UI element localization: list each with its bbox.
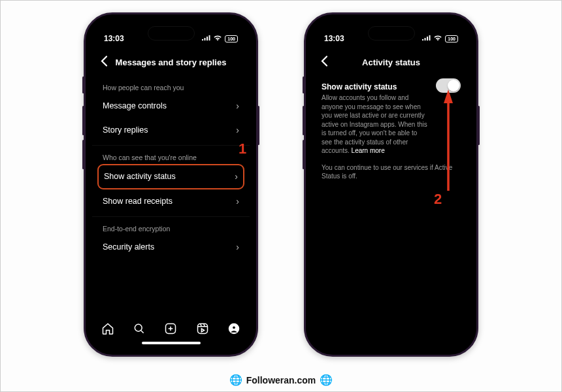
row-label: Story replies	[103, 125, 148, 135]
svg-point-4	[232, 326, 235, 329]
chevron-right-icon: ›	[236, 125, 239, 135]
chevron-right-icon: ›	[235, 171, 238, 182]
chevron-right-icon: ›	[236, 101, 239, 111]
battery-icon: 100	[445, 35, 458, 42]
page-title: Activity status	[362, 57, 420, 67]
globe-icon: 🌐	[229, 374, 242, 386]
row-message-controls[interactable]: Message controls ›	[101, 94, 240, 118]
section-header-online: Who can see that you're online	[103, 154, 239, 161]
nav-bar: Activity status	[312, 48, 470, 76]
back-button[interactable]	[100, 56, 108, 69]
reels-icon[interactable]	[196, 322, 209, 338]
watermark-text: Followeran.com	[246, 375, 316, 385]
svg-point-0	[135, 324, 142, 331]
home-indicator	[142, 342, 201, 344]
setting-heading: Show activity status	[322, 82, 429, 91]
home-icon[interactable]	[101, 322, 114, 338]
wifi-icon	[433, 34, 442, 43]
wifi-icon	[213, 34, 222, 43]
back-button[interactable]	[320, 56, 328, 69]
row-label: Show read receipts	[103, 197, 173, 206]
search-icon[interactable]	[133, 322, 146, 338]
section-header-reach: How people can reach you	[103, 84, 239, 91]
row-label: Security alerts	[103, 242, 154, 252]
row-label: Message controls	[103, 101, 167, 110]
settings-list: How people can reach you Message control…	[92, 76, 250, 316]
profile-icon[interactable]	[227, 322, 240, 338]
dynamic-island	[368, 26, 415, 41]
learn-more-link[interactable]: Learn more	[352, 147, 385, 154]
setting-description: Allow accounts you follow and anyone you…	[322, 93, 429, 155]
phone-mockup-left: 13:03 100 Messages and story replies	[84, 12, 258, 357]
chevron-right-icon: ›	[236, 196, 239, 206]
row-show-read-receipts[interactable]: Show read receipts ›	[101, 189, 240, 214]
page-title: Messages and story replies	[116, 57, 227, 67]
svg-rect-2	[197, 324, 207, 334]
row-label: Show activity status	[104, 172, 176, 181]
chevron-right-icon: ›	[236, 242, 239, 252]
signal-icon	[422, 34, 431, 43]
dynamic-island	[148, 26, 195, 41]
row-show-activity-status[interactable]: Show activity status ›	[104, 169, 238, 184]
nav-bar: Messages and story replies	[92, 48, 250, 76]
create-icon[interactable]	[164, 322, 177, 338]
activity-status-content: Show activity status Allow accounts you …	[312, 76, 470, 348]
setting-note: You can continue to use our services if …	[322, 163, 461, 181]
row-security-alerts[interactable]: Security alerts ›	[101, 235, 240, 259]
section-header-encryption: End-to-end encryption	[103, 225, 239, 233]
status-time: 13:03	[324, 34, 344, 43]
watermark: 🌐 Followeran.com 🌐	[229, 374, 333, 386]
battery-icon: 100	[225, 35, 238, 42]
highlight-box: Show activity status ›	[97, 164, 244, 189]
globe-icon: 🌐	[320, 374, 333, 386]
activity-status-toggle[interactable]	[436, 78, 461, 93]
phone-mockup-right: 13:03 100 Activity status	[304, 12, 478, 357]
signal-icon	[201, 34, 210, 43]
status-time: 13:03	[104, 34, 124, 43]
row-story-replies[interactable]: Story replies ›	[101, 118, 240, 142]
